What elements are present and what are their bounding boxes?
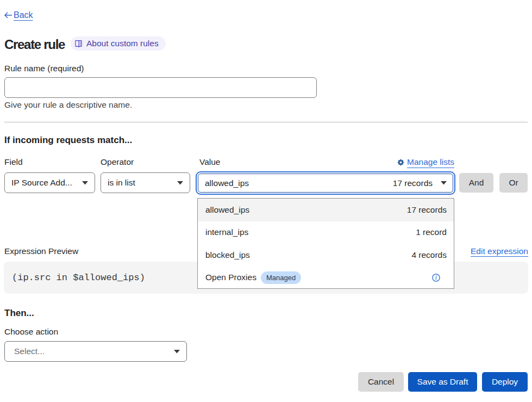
svg-text:i: i <box>435 274 437 281</box>
